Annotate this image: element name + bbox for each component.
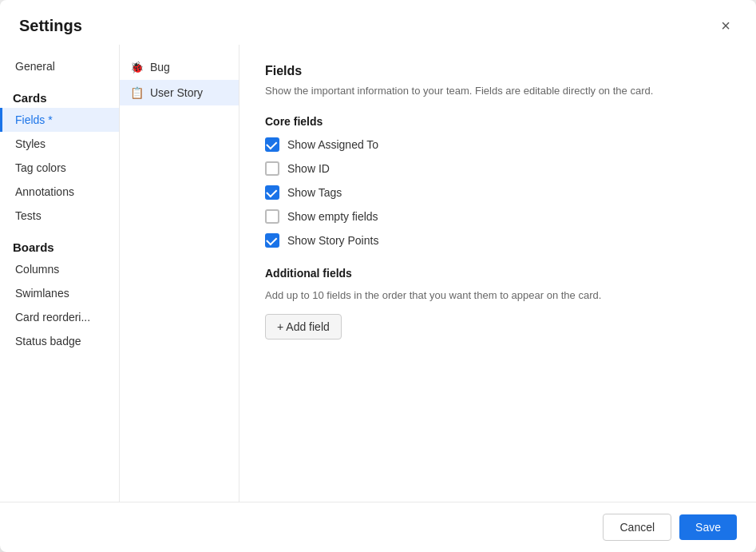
nav-item-card-reordering[interactable]: Card reorderi...	[0, 305, 119, 329]
checkbox-label-show-tags[interactable]: Show Tags	[287, 186, 342, 199]
fields-title: Fields	[265, 64, 730, 78]
middle-item-user-story[interactable]: 📋 User Story	[120, 80, 239, 105]
checkbox-label-show-id[interactable]: Show ID	[287, 162, 330, 175]
checkbox-show-id[interactable]	[265, 161, 279, 176]
nav-section-cards: Cards	[0, 85, 119, 108]
nav-item-columns[interactable]: Columns	[0, 257, 119, 281]
checkbox-show-tags[interactable]	[265, 185, 279, 200]
left-nav: General Cards Fields * Styles Tag colors…	[0, 45, 120, 502]
bug-label: Bug	[150, 61, 170, 73]
checkbox-story-points[interactable]	[265, 233, 279, 248]
nav-item-tag-colors[interactable]: Tag colors	[0, 156, 119, 180]
additional-section: Additional fields Add up to 10 fields in…	[265, 267, 730, 340]
checkbox-row-story-points: Show Story Points	[265, 233, 730, 248]
nav-item-general[interactable]: General	[0, 54, 119, 78]
nav-section-boards: Boards	[0, 234, 119, 257]
main-content: Fields Show the important information to…	[239, 45, 756, 502]
checkbox-row-assigned-to: Show Assigned To	[265, 137, 730, 152]
cancel-button[interactable]: Cancel	[603, 514, 671, 541]
middle-item-bug[interactable]: 🐞 Bug	[120, 54, 239, 80]
nav-item-fields[interactable]: Fields *	[0, 108, 119, 132]
dialog-body: General Cards Fields * Styles Tag colors…	[0, 45, 756, 502]
checkbox-row-show-id: Show ID	[265, 161, 730, 176]
checkbox-label-story-points[interactable]: Show Story Points	[287, 234, 378, 247]
dialog-title: Settings	[19, 17, 82, 35]
nav-item-status-badge[interactable]: Status badge	[0, 329, 119, 353]
additional-fields-desc: Add up to 10 fields in the order that yo…	[265, 289, 730, 301]
save-button[interactable]: Save	[679, 514, 737, 540]
dialog-footer: Cancel Save	[0, 502, 756, 552]
fields-desc: Show the important information to your t…	[265, 83, 730, 99]
middle-panel: 🐞 Bug 📋 User Story	[120, 45, 239, 502]
settings-dialog: Settings × General Cards Fields * Styles…	[0, 0, 756, 552]
nav-item-annotations[interactable]: Annotations	[0, 180, 119, 204]
user-story-icon: 📋	[129, 86, 144, 99]
checkbox-assigned-to[interactable]	[265, 137, 279, 152]
core-fields-title: Core fields	[265, 115, 730, 128]
checkbox-row-empty-fields: Show empty fields	[265, 209, 730, 224]
user-story-label: User Story	[150, 86, 203, 99]
additional-fields-title: Additional fields	[265, 267, 730, 280]
nav-item-tests[interactable]: Tests	[0, 204, 119, 228]
nav-item-swimlanes[interactable]: Swimlanes	[0, 281, 119, 305]
checkbox-label-assigned-to[interactable]: Show Assigned To	[287, 138, 378, 151]
checkbox-empty-fields[interactable]	[265, 209, 279, 224]
bug-icon: 🐞	[129, 61, 144, 73]
close-button[interactable]: ×	[714, 14, 737, 37]
checkbox-row-show-tags: Show Tags	[265, 185, 730, 200]
checkbox-label-empty-fields[interactable]: Show empty fields	[287, 210, 378, 223]
nav-item-styles[interactable]: Styles	[0, 132, 119, 156]
add-field-button[interactable]: + Add field	[265, 314, 342, 340]
dialog-header: Settings ×	[0, 0, 756, 45]
